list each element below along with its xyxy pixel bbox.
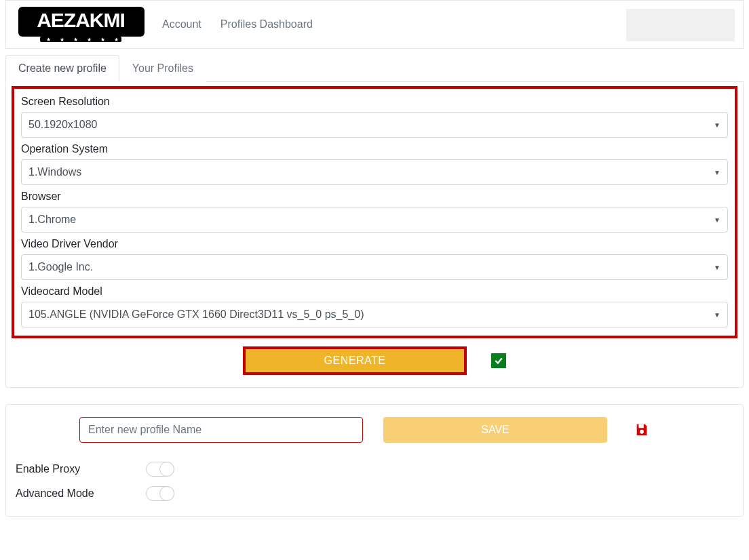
svg-text:★: ★ <box>114 37 119 43</box>
chevron-down-icon: ▼ <box>714 121 721 129</box>
main-nav: Account Profiles Dashboard <box>162 18 313 31</box>
logo: AEZAKMI ★ ★ ★ ★ ★ ★ <box>17 4 146 45</box>
row-advanced-mode: Advanced Mode <box>16 486 733 501</box>
svg-point-10 <box>640 430 644 434</box>
svg-text:★: ★ <box>87 37 92 43</box>
field-browser: Browser 1.Chrome ▼ <box>21 191 728 233</box>
label-video-driver-vendor: Video Driver Vendor <box>21 238 728 250</box>
tab-your-profiles[interactable]: Your Profiles <box>119 55 206 82</box>
label-browser: Browser <box>21 191 728 203</box>
tabs: Create new profile Your Profiles <box>5 54 744 82</box>
select-browser[interactable]: 1.Chrome ▼ <box>21 207 728 233</box>
svg-rect-2 <box>40 37 121 42</box>
svg-text:★: ★ <box>100 37 105 43</box>
save-icon[interactable] <box>634 422 649 437</box>
svg-rect-9 <box>638 424 643 428</box>
select-value: 50.1920x1080 <box>28 119 97 131</box>
generate-success-check <box>491 353 506 368</box>
tab-create-new-profile[interactable]: Create new profile <box>5 55 119 82</box>
svg-text:★: ★ <box>46 37 51 43</box>
generate-button[interactable]: GENERATE <box>243 346 467 375</box>
svg-text:★: ★ <box>73 37 78 43</box>
nav-account[interactable]: Account <box>162 18 201 31</box>
label-screen-resolution: Screen Resolution <box>21 96 728 108</box>
select-operation-system[interactable]: 1.Windows ▼ <box>21 159 728 185</box>
chevron-down-icon: ▼ <box>714 264 721 271</box>
select-value: 1.Windows <box>28 166 81 178</box>
select-value: 105.ANGLE (NVIDIA GeForce GTX 1660 Direc… <box>28 308 364 321</box>
row-enable-proxy: Enable Proxy <box>16 462 733 477</box>
label-videocard-model: Videocard Model <box>21 285 728 298</box>
user-area[interactable] <box>626 9 735 41</box>
chevron-down-icon: ▼ <box>714 169 721 176</box>
label-advanced-mode: Advanced Mode <box>16 487 146 500</box>
create-profile-panel: Screen Resolution 50.1920x1080 ▼ Operati… <box>5 82 744 388</box>
toggle-enable-proxy[interactable] <box>146 462 174 477</box>
label-enable-proxy: Enable Proxy <box>16 463 146 475</box>
svg-text:AEZAKMI: AEZAKMI <box>37 9 125 31</box>
select-videocard-model[interactable]: 105.ANGLE (NVIDIA GeForce GTX 1660 Direc… <box>21 302 728 327</box>
generate-row: GENERATE <box>12 346 737 375</box>
chevron-down-icon: ▼ <box>714 311 721 319</box>
nav-profiles-dashboard[interactable]: Profiles Dashboard <box>220 18 313 31</box>
save-button[interactable]: SAVE <box>383 417 607 443</box>
chevron-down-icon: ▼ <box>714 216 721 224</box>
svg-text:★: ★ <box>60 37 64 43</box>
field-video-driver-vendor: Video Driver Vendor 1.Google Inc. ▼ <box>21 238 728 280</box>
save-row: SAVE <box>16 417 733 443</box>
field-videocard-model: Videocard Model 105.ANGLE (NVIDIA GeForc… <box>21 285 728 327</box>
top-bar: AEZAKMI ★ ★ ★ ★ ★ ★ Account Profiles Das… <box>5 0 744 49</box>
select-video-driver-vendor[interactable]: 1.Google Inc. ▼ <box>21 254 728 280</box>
select-value: 1.Chrome <box>28 214 76 226</box>
highlight-box: Screen Resolution 50.1920x1080 ▼ Operati… <box>12 86 737 338</box>
select-screen-resolution[interactable]: 50.1920x1080 ▼ <box>21 112 728 138</box>
save-panel: SAVE Enable Proxy Advanced Mode <box>5 404 744 517</box>
profile-name-input[interactable] <box>79 417 363 443</box>
label-operation-system: Operation System <box>21 143 728 155</box>
select-value: 1.Google Inc. <box>28 261 93 273</box>
check-icon <box>494 356 503 365</box>
field-screen-resolution: Screen Resolution 50.1920x1080 ▼ <box>21 96 728 138</box>
field-operation-system: Operation System 1.Windows ▼ <box>21 143 728 185</box>
toggle-advanced-mode[interactable] <box>146 486 174 501</box>
